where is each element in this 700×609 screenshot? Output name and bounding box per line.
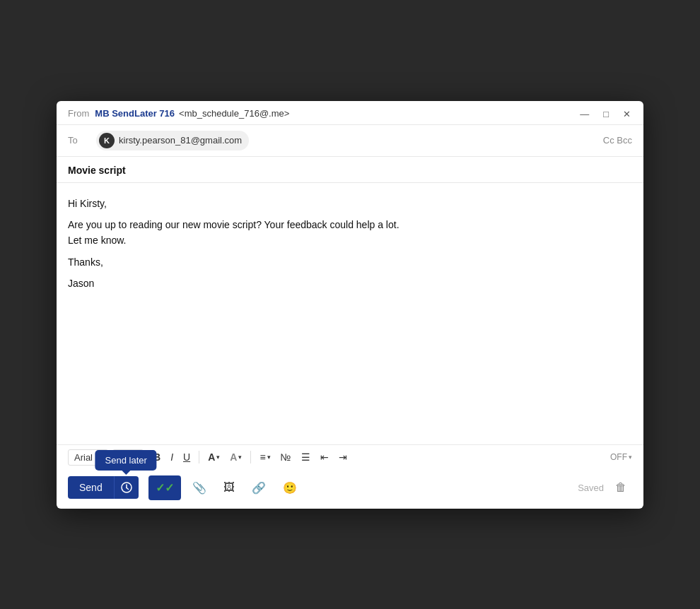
- off-label: OFF: [610, 452, 627, 462]
- svg-line-2: [127, 488, 129, 490]
- text-color-arrow: ▾: [216, 454, 220, 461]
- to-label: To: [68, 135, 89, 146]
- recipient-email: kirsty.pearson_81@gmail.com: [119, 135, 242, 146]
- subject-row: Movie script: [57, 157, 643, 183]
- emoji-icon: 🙂: [283, 482, 297, 494]
- body-signature: Jason: [68, 276, 632, 291]
- recipient-avatar: K: [99, 133, 115, 148]
- underline-button[interactable]: U: [179, 449, 194, 465]
- attach-button[interactable]: 📎: [187, 477, 212, 499]
- link-icon: 🔗: [252, 482, 266, 494]
- highlight-button[interactable]: A ▾: [226, 449, 246, 465]
- clock-icon: [121, 482, 132, 493]
- sender-email: <mb_schedule_716@.me>: [179, 108, 289, 119]
- off-arrow: ▾: [629, 454, 632, 461]
- link-button[interactable]: 🔗: [246, 477, 272, 499]
- bold-button[interactable]: B: [149, 449, 165, 465]
- body-line2: Are you up to reading our new movie scri…: [68, 219, 399, 230]
- indent-decrease-button[interactable]: ⇤: [316, 449, 333, 465]
- compose-window: From MB SendLater 716 <mb_schedule_716@.…: [57, 101, 643, 509]
- separator-2: [250, 451, 251, 463]
- font-size-selector[interactable]: 10: [112, 449, 144, 466]
- send-later-container: Send later: [114, 476, 139, 499]
- off-badge: OFF ▾: [610, 452, 632, 462]
- ordered-list-button[interactable]: №: [276, 449, 296, 465]
- separator-1: [199, 451, 199, 463]
- close-button[interactable]: ✕: [620, 108, 634, 120]
- send-label: Send: [79, 482, 103, 493]
- italic-button[interactable]: I: [166, 449, 177, 465]
- image-icon: 🖼: [223, 481, 235, 493]
- formatting-toolbar: Arial 10 B I U A ▾ A ▾ ≡ ▾ № ☰: [57, 444, 643, 470]
- body-paragraph: Are you up to reading our new movie scri…: [68, 217, 632, 249]
- cc-bcc-button[interactable]: Cc Bcc: [603, 135, 632, 146]
- indent-increase-button[interactable]: ⇥: [334, 449, 351, 465]
- send-later-button[interactable]: [114, 476, 139, 499]
- image-button[interactable]: 🖼: [218, 477, 240, 498]
- action-bar: Send Send later ✓✓ 📎: [57, 470, 643, 509]
- unordered-list-button[interactable]: ☰: [297, 449, 315, 465]
- body-thanks: Thanks,: [68, 254, 632, 270]
- align-button[interactable]: ≡ ▾: [255, 449, 274, 465]
- title-bar: From MB SendLater 716 <mb_schedule_716@.…: [57, 101, 643, 125]
- spellcheck-button[interactable]: ✓✓: [148, 475, 181, 500]
- saved-status: Saved: [578, 483, 604, 493]
- minimize-button[interactable]: —: [577, 108, 592, 120]
- check-icon: ✓✓: [156, 481, 174, 495]
- emoji-button[interactable]: 🙂: [277, 477, 303, 499]
- to-row: To K kirsty.pearson_81@gmail.com Cc Bcc: [57, 125, 643, 157]
- subject-text: Movie script: [68, 165, 126, 176]
- font-selector[interactable]: Arial: [68, 449, 108, 466]
- body-line3: Let me know.: [68, 235, 127, 246]
- from-label: From: [68, 108, 89, 119]
- send-group: Send Send later: [68, 476, 139, 499]
- highlight-arrow: ▾: [238, 454, 242, 461]
- attach-icon: 📎: [192, 482, 206, 494]
- maximize-button[interactable]: □: [600, 108, 612, 120]
- delete-button[interactable]: 🗑: [609, 477, 632, 498]
- text-color-button[interactable]: A ▾: [204, 449, 224, 465]
- body-greeting: Hi Kirsty,: [68, 196, 632, 211]
- trash-icon: 🗑: [615, 481, 626, 493]
- recipient-chip[interactable]: K kirsty.pearson_81@gmail.com: [96, 131, 249, 150]
- sender-name: MB SendLater 716: [95, 108, 175, 119]
- email-body[interactable]: Hi Kirsty, Are you up to reading our new…: [57, 183, 643, 444]
- window-controls: — □ ✕: [577, 108, 634, 120]
- send-button[interactable]: Send: [68, 476, 114, 499]
